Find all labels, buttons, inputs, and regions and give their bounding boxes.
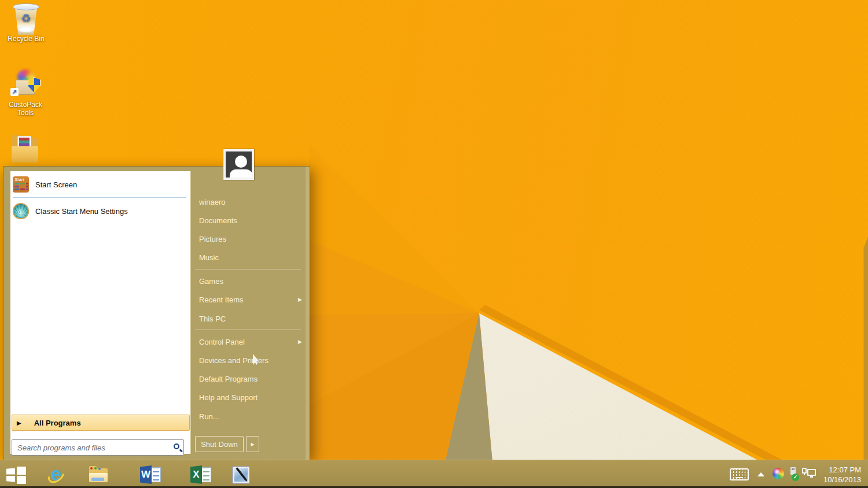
menu-right-border: [306, 167, 310, 460]
left-panel-divider: [13, 197, 186, 198]
start-menu-right-panel: winaero Documents Pictures Music Games R…: [191, 167, 310, 460]
start-menu-left-panel: Start Start Screen Classic Start Menu Se…: [10, 171, 191, 454]
taskbar: e W X: [0, 460, 868, 488]
menu-item-recent-items[interactable]: Recent Items ▶: [199, 292, 302, 307]
desktop-icon-label: CustoPack Tools: [1, 101, 50, 117]
menu-item-label: Default Programs: [199, 375, 258, 383]
menu-item-label: Music: [199, 253, 219, 262]
taskbar-clock[interactable]: 12:07 PM 10/16/2013: [823, 465, 861, 485]
menu-item-default-programs[interactable]: Default Programs: [199, 371, 302, 386]
folder-front: [12, 146, 38, 162]
menu-item-label: Documents: [199, 216, 237, 225]
desktop-icon-custopack-tools[interactable]: ↗ CustoPack Tools: [1, 71, 50, 117]
word-document: [151, 467, 161, 482]
custopack-tools-icon: ↗: [9, 71, 42, 101]
shut-down-button[interactable]: Shut Down: [195, 436, 244, 452]
network-plug: [802, 468, 807, 474]
file-explorer-icon: [88, 466, 109, 483]
menu-item-this-pc[interactable]: This PC: [199, 311, 302, 326]
menu-item-pictures[interactable]: Pictures: [199, 231, 302, 246]
recycle-bin-paper: [18, 26, 34, 32]
avatar-silhouette-body: [230, 169, 252, 180]
classic-shell-icon: [13, 203, 29, 219]
word-letter: W: [140, 465, 152, 484]
clock-time: 12:07 PM: [823, 465, 861, 475]
desktop-icon-folder[interactable]: [0, 134, 50, 164]
paint-app-icon: [232, 466, 250, 484]
safely-remove-hardware-icon[interactable]: ✓: [788, 467, 799, 481]
menu-item-label: Run...: [199, 412, 219, 421]
menu-item-label: This PC: [199, 315, 226, 323]
network-tray-icon[interactable]: [802, 468, 816, 479]
menu-item-games[interactable]: Games: [199, 273, 302, 289]
start-screen-icon: Start: [13, 176, 29, 193]
menu-item-music[interactable]: Music: [199, 250, 302, 265]
desktop-icon-recycle-bin[interactable]: ♻ Recycle Bin: [1, 3, 51, 43]
menu-item-help-and-support[interactable]: Help and Support: [199, 390, 302, 405]
menu-item-label: Classic Start Menu Settings: [35, 207, 128, 216]
taskbar-paint-app[interactable]: [228, 464, 253, 485]
shut-down-options-button[interactable]: ▶: [246, 436, 259, 452]
right-panel-divider: [195, 330, 301, 330]
start-button[interactable]: [3, 464, 29, 485]
submenu-arrow-icon: ▶: [298, 297, 302, 302]
all-programs-button[interactable]: ▶ All Programs: [12, 415, 190, 431]
taskbar-excel[interactable]: X: [188, 464, 214, 485]
menu-item-label: Pictures: [199, 235, 226, 243]
menu-item-label: winaero: [199, 198, 226, 206]
check-badge-icon: ✓: [792, 474, 799, 481]
menu-item-devices-and-printers[interactable]: Devices and Printers: [199, 353, 302, 368]
folder-icon: [10, 134, 39, 164]
menu-item-label: Control Panel: [199, 338, 245, 346]
desktop: ♻ Recycle Bin ↗ CustoPack Tools Start: [0, 0, 868, 488]
clock-date: 10/16/2013: [823, 475, 861, 485]
color-sphere-tray-icon[interactable]: [773, 468, 784, 479]
recycle-bin-icon: ♻: [13, 3, 39, 35]
shut-down-label: Shut Down: [201, 440, 238, 449]
word-icon: W: [140, 465, 161, 484]
all-programs-arrow-icon: ▶: [17, 420, 21, 426]
menu-item-documents[interactable]: Documents: [199, 213, 302, 228]
excel-letter: X: [190, 465, 202, 484]
recycle-bin-rim: [13, 3, 39, 10]
search-input[interactable]: [12, 439, 184, 456]
shortcut-arrow-icon: ↗: [10, 88, 19, 96]
excel-sheet: [201, 467, 211, 482]
right-panel-divider: [195, 269, 301, 269]
recycle-symbol-icon: ♻: [13, 12, 39, 25]
submenu-arrow-icon: ▶: [298, 339, 302, 345]
user-avatar[interactable]: [223, 149, 254, 180]
menu-item-label: Games: [199, 277, 223, 286]
menu-item-classic-start-menu-settings[interactable]: Classic Start Menu Settings: [13, 201, 186, 221]
menu-item-label: Start Screen: [35, 180, 77, 189]
menu-item-user[interactable]: winaero: [199, 194, 302, 209]
start-menu: Start Start Screen Classic Start Menu Se…: [3, 167, 310, 460]
excel-icon: X: [190, 465, 211, 484]
internet-explorer-icon: e: [47, 465, 67, 485]
taskbar-word[interactable]: W: [138, 464, 163, 485]
taskbar-internet-explorer[interactable]: e: [44, 464, 69, 485]
menu-item-label: Help and Support: [199, 393, 258, 402]
menu-item-start-screen[interactable]: Start Start Screen: [13, 175, 186, 194]
show-hidden-icons-icon[interactable]: [757, 472, 764, 476]
menu-item-label: Recent Items: [199, 295, 244, 304]
menu-item-run[interactable]: Run...: [199, 409, 302, 424]
menu-item-label: Devices and Printers: [199, 356, 269, 365]
search-box: [12, 439, 184, 456]
avatar-silhouette: [235, 156, 247, 168]
taskbar-file-explorer[interactable]: [86, 464, 111, 485]
windows-logo-icon: [6, 467, 26, 483]
all-programs-label: All Programs: [34, 419, 81, 427]
start-screen-icon-tiles: [14, 183, 27, 190]
start-screen-icon-label: Start: [14, 177, 24, 182]
submenu-arrow-icon: ▶: [251, 442, 254, 447]
menu-item-control-panel[interactable]: Control Panel ▶: [199, 334, 302, 349]
touch-keyboard-icon[interactable]: [730, 468, 749, 480]
desktop-icon-label: Recycle Bin: [1, 35, 51, 43]
search-icon: [174, 443, 179, 449]
network-screen: [807, 469, 816, 476]
